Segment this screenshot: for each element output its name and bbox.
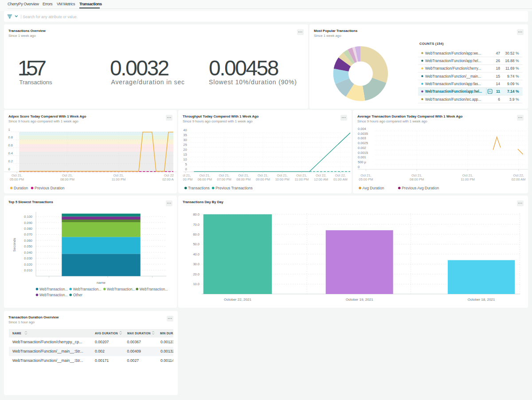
svg-text:0.080: 0.080 — [24, 227, 32, 231]
svg-text:0.0015: 0.0015 — [358, 151, 368, 155]
svg-text:Oct 21,: Oct 21, — [113, 173, 124, 177]
svg-text:15: 15 — [496, 74, 501, 78]
svg-text:Oct 21,: Oct 21, — [462, 173, 473, 177]
svg-text:1: 1 — [8, 128, 10, 132]
svg-text:Avg Duration: Avg Duration — [363, 186, 384, 190]
svg-text:47: 47 — [496, 51, 501, 55]
svg-text:14: 14 — [496, 82, 501, 86]
svg-text:60.0: 60.0 — [193, 232, 200, 236]
svg-text:0.004: 0.004 — [358, 127, 366, 131]
svg-text:0: 0 — [8, 167, 10, 171]
svg-text:Oct 21,: Oct 21, — [277, 173, 288, 177]
svg-text:0.001: 0.001 — [358, 155, 366, 159]
svg-text:35: 35 — [183, 133, 187, 137]
svg-text:Oct 21,: Oct 21, — [180, 173, 191, 177]
svg-text:Oct 21,: Oct 21, — [258, 173, 268, 177]
svg-text:WebTransaction/Function/app:we: WebTransaction/Function/app:we... — [425, 51, 481, 55]
svg-text:30: 30 — [183, 138, 187, 142]
svg-text:10.0: 10.0 — [193, 282, 200, 286]
svg-text:Oct 22,: Oct 22, — [164, 173, 175, 177]
svg-text:October 22, 2021: October 22, 2021 — [224, 298, 251, 302]
svg-text:Oct 21,: Oct 21, — [238, 173, 249, 177]
svg-text:9.09 %: 9.09 % — [507, 82, 519, 86]
svg-text:02:00 AM: 02:00 AM — [162, 177, 176, 181]
svg-text:01:00 AM: 01:00 AM — [333, 177, 348, 181]
svg-text:08:00 PM: 08:00 PM — [236, 177, 250, 181]
svg-text:70.0: 70.0 — [193, 223, 200, 227]
svg-text:26: 26 — [496, 59, 501, 63]
svg-text:12:00 AM: 12:00 AM — [314, 177, 328, 181]
svg-text:18: 18 — [496, 66, 501, 71]
svg-text:0.090: 0.090 — [24, 221, 32, 225]
svg-text:Oct 21,: Oct 21, — [296, 173, 307, 177]
svg-text:Oct 21,: Oct 21, — [411, 173, 422, 177]
svg-text:15: 15 — [183, 153, 187, 157]
svg-text:05:00 PM: 05:00 PM — [359, 177, 373, 181]
svg-text:WebTransaction...: WebTransaction... — [140, 287, 168, 291]
svg-text:WebTransaction...: WebTransaction... — [107, 287, 135, 291]
svg-text:Oct 21,: Oct 21, — [12, 173, 22, 177]
svg-text:WebTransaction...: WebTransaction... — [73, 287, 102, 291]
svg-text:Oct 21,: Oct 21, — [219, 173, 230, 177]
svg-text:0.0025: 0.0025 — [358, 141, 368, 145]
svg-text:0.070: 0.070 — [24, 232, 32, 236]
svg-text:0.8: 0.8 — [8, 135, 13, 139]
svg-text:11:00 PM: 11:00 PM — [461, 177, 475, 181]
svg-text:30.0: 30.0 — [193, 262, 200, 266]
svg-text:0.003: 0.003 — [358, 136, 366, 140]
svg-text:0.030: 0.030 — [24, 256, 32, 260]
svg-text:25: 25 — [183, 143, 187, 147]
svg-text:07:00 PM: 07:00 PM — [217, 177, 231, 181]
svg-text:500 µ: 500 µ — [358, 160, 367, 164]
svg-text:WebTransaction/Function/app:he: WebTransaction/Function/app:hel... — [425, 59, 481, 63]
svg-text:0.002: 0.002 — [358, 146, 366, 150]
svg-text:11: 11 — [496, 89, 500, 94]
svg-text:0.050: 0.050 — [24, 244, 32, 248]
svg-text:0: 0 — [185, 167, 187, 171]
svg-text:16.88 %: 16.88 % — [505, 59, 519, 63]
svg-text:80.0: 80.0 — [193, 212, 200, 216]
svg-text:WebTransaction...: WebTransaction... — [39, 293, 68, 297]
svg-text:5: 5 — [185, 162, 187, 166]
svg-text:WebTransaction/Function/app:he: WebTransaction/Function/app:hel... — [425, 89, 482, 94]
svg-text:0.060: 0.060 — [24, 239, 32, 243]
svg-text:6: 6 — [498, 97, 500, 102]
svg-text:09:00 PM: 09:00 PM — [256, 177, 270, 181]
svg-text:Oct 21,: Oct 21, — [200, 173, 210, 177]
svg-text:06:00 PM: 06:00 PM — [198, 177, 212, 181]
svg-text:9.74 %: 9.74 % — [507, 74, 519, 78]
svg-text:Oct 22,: Oct 22, — [335, 173, 346, 177]
svg-text:Previous Transactions: Previous Transactions — [215, 186, 253, 190]
svg-text:11:00 PM: 11:00 PM — [295, 177, 309, 181]
svg-text:0: 0 — [358, 165, 360, 169]
svg-text:WebTransaction...: WebTransaction... — [39, 287, 68, 291]
svg-text:WebTransaction/Function/__main: WebTransaction/Function/__main... — [425, 74, 481, 78]
svg-text:20: 20 — [183, 148, 187, 152]
svg-text:3.9 %: 3.9 % — [509, 97, 519, 102]
svg-text:0.020: 0.020 — [24, 263, 32, 267]
svg-text:11.69 %: 11.69 % — [505, 66, 519, 71]
svg-text:0.010: 0.010 — [24, 268, 32, 272]
svg-text:40: 40 — [183, 128, 187, 132]
svg-text:Oct 22,: Oct 22, — [513, 173, 524, 177]
svg-text:0.2: 0.2 — [8, 159, 13, 163]
svg-text:%: % — [489, 90, 491, 93]
svg-text:Oct 21,: Oct 21, — [360, 173, 371, 177]
svg-text:0.4: 0.4 — [8, 151, 13, 155]
svg-text:05:00 PM: 05:00 PM — [10, 177, 24, 181]
svg-text:WebTransaction/Function/src.ap: WebTransaction/Function/src.app... — [425, 97, 481, 102]
svg-text:name: name — [97, 281, 106, 285]
svg-text:Oct 21,: Oct 21, — [62, 173, 73, 177]
svg-text:0.100: 0.100 — [24, 215, 32, 219]
svg-text:30.52 %: 30.52 % — [505, 51, 519, 55]
svg-text:Previous Duration: Previous Duration — [35, 186, 65, 190]
svg-text:10:00 PM: 10:00 PM — [275, 177, 289, 181]
svg-text:0.6: 0.6 — [8, 143, 13, 147]
svg-text:08:00 PM: 08:00 PM — [60, 177, 74, 181]
svg-text:10: 10 — [183, 157, 187, 161]
svg-text:Duration: Duration — [14, 186, 28, 190]
svg-text:October 19, 2021: October 19, 2021 — [346, 298, 373, 302]
svg-text:02:00 AM: 02:00 AM — [512, 177, 526, 181]
svg-text:50.0: 50.0 — [193, 242, 200, 246]
svg-text:20.0: 20.0 — [193, 272, 200, 276]
